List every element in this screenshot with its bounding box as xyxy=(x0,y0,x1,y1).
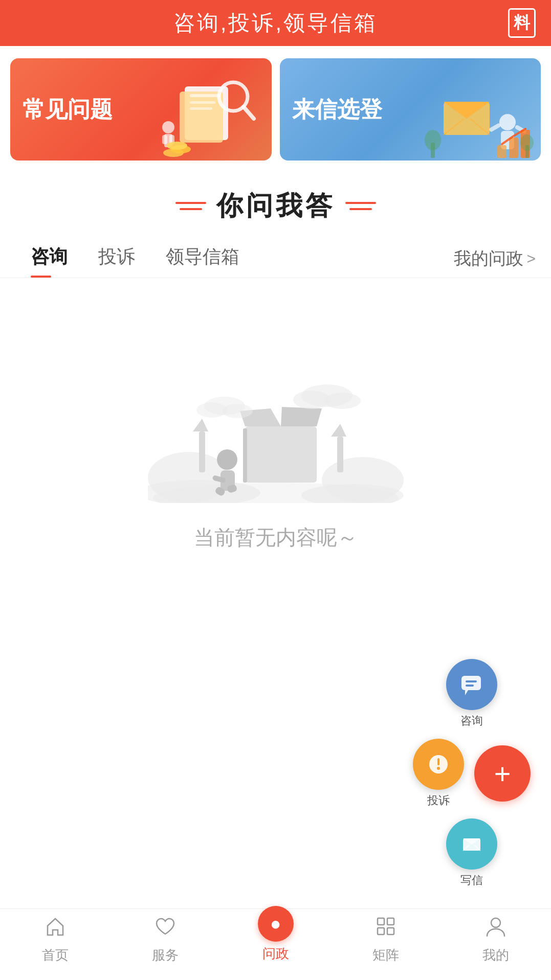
service-icon xyxy=(153,915,177,943)
fab-main-icon: + xyxy=(494,757,511,790)
svg-rect-55 xyxy=(466,680,477,682)
svg-rect-38 xyxy=(245,426,317,483)
nav-wenzheng[interactable]: ● 问政 xyxy=(221,916,330,963)
banner-faq-illustration xyxy=(154,74,267,161)
fab-consult-label: 咨询 xyxy=(460,713,483,728)
fab-container: 咨询 投诉 + 写信 xyxy=(413,659,531,888)
banner-faq[interactable]: 常见问题 xyxy=(10,58,272,161)
right-line-top xyxy=(345,202,376,204)
my-wenzheng-link[interactable]: 我的问政 > xyxy=(454,247,536,270)
svg-rect-66 xyxy=(378,928,384,935)
wenzheng-icon: ● xyxy=(270,913,281,935)
left-decoration xyxy=(175,202,206,210)
section-title-area: 你问我答 xyxy=(0,173,551,234)
header-title: 咨询,投诉,领导信箱 xyxy=(173,9,378,37)
svg-point-68 xyxy=(491,918,500,927)
svg-marker-54 xyxy=(465,690,468,695)
section-title: 你问我答 xyxy=(216,188,335,224)
svg-line-6 xyxy=(244,107,254,119)
svg-rect-23 xyxy=(509,138,518,158)
nav-wenzheng-label: 问政 xyxy=(262,945,289,963)
fab-consult-button[interactable]: 咨询 xyxy=(446,659,497,728)
nav-service-label: 服务 xyxy=(152,946,179,964)
fab-middle-row: 投诉 + xyxy=(413,739,531,808)
fab-letter-label: 写信 xyxy=(460,873,483,888)
left-line-bottom xyxy=(180,208,202,210)
svg-rect-2 xyxy=(190,94,221,97)
svg-point-7 xyxy=(162,121,174,133)
right-decoration xyxy=(345,202,376,210)
svg-marker-40 xyxy=(281,407,322,426)
banner-letters-title: 来信选登 xyxy=(292,95,382,125)
svg-point-33 xyxy=(322,457,404,503)
left-line-top xyxy=(175,202,206,204)
svg-rect-41 xyxy=(243,428,247,483)
home-icon xyxy=(43,915,67,943)
svg-rect-9 xyxy=(162,135,167,144)
mine-icon xyxy=(484,915,508,943)
svg-rect-53 xyxy=(461,676,481,690)
svg-point-28 xyxy=(520,134,534,151)
nav-service[interactable]: 服务 xyxy=(110,915,220,964)
tab-complaint[interactable]: 投诉 xyxy=(83,239,150,278)
fab-letter-circle[interactable] xyxy=(446,818,497,870)
right-line-bottom xyxy=(349,208,372,210)
tab-consult[interactable]: 咨询 xyxy=(15,239,83,278)
banner-area: 常见问题 xyxy=(0,46,551,173)
tab-leader-mailbox[interactable]: 领导信箱 xyxy=(150,239,255,278)
empty-illustration xyxy=(148,309,404,503)
svg-point-26 xyxy=(425,130,441,150)
nav-home[interactable]: 首页 xyxy=(0,915,110,964)
bottom-nav: 首页 服务 ● 问政 矩阵 xyxy=(0,908,551,980)
svg-marker-35 xyxy=(193,419,208,431)
fab-complaint-label: 投诉 xyxy=(427,793,450,808)
svg-point-18 xyxy=(499,114,516,130)
svg-rect-1 xyxy=(180,92,223,143)
empty-text: 当前暂无内容呢～ xyxy=(194,523,358,552)
svg-marker-37 xyxy=(331,424,346,437)
fab-letter-button[interactable]: 写信 xyxy=(446,818,497,888)
svg-point-42 xyxy=(217,449,237,470)
nav-matrix[interactable]: 矩阵 xyxy=(330,915,440,964)
svg-point-13 xyxy=(167,142,187,150)
header-menu-icon[interactable]: 料 xyxy=(508,8,536,38)
svg-rect-56 xyxy=(466,685,474,687)
tabs-row: 咨询 投诉 领导信箱 我的问政 > xyxy=(0,234,551,278)
fab-consult-circle[interactable] xyxy=(446,659,497,710)
svg-rect-67 xyxy=(387,928,394,935)
wenzheng-nav-icon[interactable]: ● xyxy=(258,906,294,942)
banner-letters-illustration xyxy=(423,74,536,161)
chevron-right-icon: > xyxy=(526,250,536,267)
svg-rect-58 xyxy=(437,758,439,765)
banner-faq-title: 常见问题 xyxy=(23,95,113,125)
nav-mine[interactable]: 我的 xyxy=(441,915,551,964)
svg-rect-3 xyxy=(190,101,215,104)
nav-mine-label: 我的 xyxy=(482,946,509,964)
svg-rect-22 xyxy=(497,145,506,158)
svg-point-59 xyxy=(437,767,440,770)
fab-complaint-button[interactable]: 投诉 xyxy=(413,739,464,808)
nav-matrix-label: 矩阵 xyxy=(372,946,399,964)
svg-rect-4 xyxy=(190,107,212,110)
svg-rect-20 xyxy=(489,123,501,132)
svg-point-49 xyxy=(324,393,361,409)
svg-rect-65 xyxy=(387,918,394,925)
my-wenzheng-label: 我的问政 xyxy=(454,247,523,270)
nav-home-label: 首页 xyxy=(42,946,69,964)
svg-point-52 xyxy=(222,404,253,418)
empty-state-area: 当前暂无内容呢～ xyxy=(0,278,551,572)
header: 咨询,投诉,领导信箱 料 xyxy=(0,0,551,46)
svg-rect-36 xyxy=(337,437,343,472)
matrix-icon xyxy=(374,915,398,943)
banner-letters[interactable]: 来信选登 xyxy=(280,58,541,161)
fab-complaint-circle[interactable] xyxy=(413,739,464,790)
svg-rect-64 xyxy=(378,918,384,925)
fab-main-button[interactable]: + xyxy=(474,745,531,802)
svg-rect-34 xyxy=(199,431,205,472)
